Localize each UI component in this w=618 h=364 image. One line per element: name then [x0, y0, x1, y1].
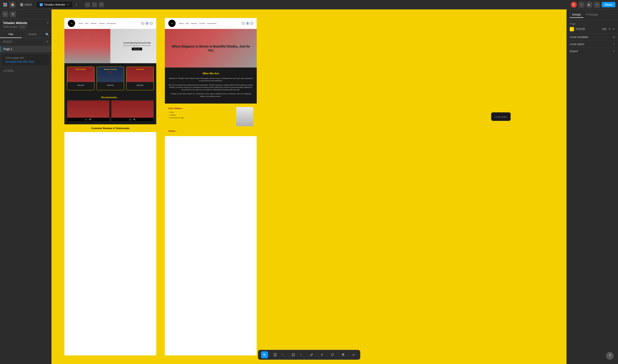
- project-chevron-icon[interactable]: ▾: [47, 21, 48, 25]
- layers-label: Layers: [3, 69, 14, 72]
- right-sidebar: Design Prototype Page FFD700 100 % 👁 Loc…: [566, 9, 618, 364]
- mens-shop-label: Shop Now: [77, 84, 84, 86]
- site-logo-right: TS: [168, 20, 176, 27]
- user-avatar[interactable]: C: [571, 2, 577, 8]
- search-icon[interactable]: 🔍: [45, 33, 49, 36]
- present-dropdown-button[interactable]: ▼: [594, 2, 600, 8]
- customer-section: Customer Reviews & Testimonials: [64, 124, 156, 132]
- component-tool-button[interactable]: [340, 351, 346, 358]
- shape-tool-button[interactable]: [290, 351, 297, 358]
- cart-nav-icon[interactable]: 🛒: [150, 22, 153, 25]
- local-styles-row[interactable]: Local styles +: [567, 40, 618, 48]
- pages-section: Pages + Page 1: [0, 38, 51, 52]
- womens-shop-btn[interactable]: Shop Now: [97, 82, 124, 87]
- cart-nav-icon-r[interactable]: 🛒: [250, 22, 253, 25]
- pages-info-box: 2 free pages left. See plans that offer …: [2, 54, 49, 65]
- window-max-button[interactable]: □: [92, 2, 97, 7]
- search-nav-icon[interactable]: 🔍: [141, 22, 144, 25]
- tab-assets[interactable]: Assets: [22, 31, 43, 38]
- nav-icons-right: 🔍 👤 🛒: [242, 22, 253, 25]
- tools-menu-button[interactable]: [2, 11, 8, 17]
- text-tool-button[interactable]: T: [318, 351, 325, 358]
- present-button[interactable]: ▶: [586, 2, 592, 8]
- womens-shop-label: Shop Now: [107, 84, 114, 86]
- tab-tshades-icon: [40, 3, 43, 6]
- svg-rect-0: [3, 3, 5, 5]
- select-tool-button[interactable]: [261, 351, 268, 358]
- tab-uiux[interactable]: UI/UX: [17, 2, 35, 8]
- see-plans-link[interactable]: See plans that offer more: [5, 60, 46, 63]
- mens-shop-btn[interactable]: Shop Now: [67, 82, 94, 87]
- project-name: Tshades Website: [3, 21, 27, 25]
- add-tab-button[interactable]: +: [74, 2, 79, 7]
- avatar-dropdown-button[interactable]: ▼: [578, 2, 585, 8]
- comment-tool-button[interactable]: [329, 351, 336, 358]
- window-min-button[interactable]: —: [85, 2, 90, 7]
- code-tool-button[interactable]: </>: [350, 351, 357, 358]
- page-opacity-unit: %: [608, 28, 611, 31]
- zoom-action-icon[interactable]: 🔍: [89, 118, 92, 121]
- tab-file[interactable]: File: [0, 31, 22, 38]
- user-nav-icon-r[interactable]: 👤: [246, 22, 249, 25]
- nav-contact[interactable]: Contact: [99, 23, 105, 25]
- frame-dropdown-button[interactable]: ▼: [279, 351, 286, 358]
- figma-logo[interactable]: [2, 2, 8, 7]
- add-page-button[interactable]: +: [46, 40, 48, 44]
- logo-text-right: TS: [171, 23, 173, 24]
- cv-photo-inner: [236, 107, 253, 126]
- window-controls: — □ ✕: [85, 2, 104, 7]
- local-styles-add-icon[interactable]: +: [613, 42, 615, 46]
- hero-title: Grand Opening Discount Sale: [123, 42, 151, 44]
- tab-design[interactable]: Design: [570, 12, 583, 18]
- right-sidebar-tabs: Design Prototype: [570, 12, 601, 18]
- category-accessories: Acessories Shop Now: [126, 67, 154, 90]
- local-styles-popup: Local styles: [491, 112, 511, 121]
- nav-about-r[interactable]: About: [179, 23, 183, 25]
- visibility-icon[interactable]: 👁: [612, 28, 615, 31]
- shape-dropdown-button[interactable]: ▼: [298, 351, 304, 358]
- cart-action-icon-2[interactable]: 🛒: [129, 118, 131, 121]
- page-section: Page FFD700 100 % 👁: [567, 20, 618, 34]
- page-color-swatch[interactable]: [570, 27, 574, 31]
- share-button[interactable]: Share: [602, 2, 616, 7]
- export-add-icon[interactable]: +: [613, 49, 615, 53]
- local-variables-icon[interactable]: ⊞: [613, 36, 615, 39]
- nav-women[interactable]: Women: [91, 23, 96, 25]
- nav-women-r[interactable]: Women: [191, 23, 197, 25]
- local-variables-row[interactable]: Local variables ⊞: [567, 34, 618, 40]
- canvas-area[interactable]: TS About Men Women Contact Accessories 🔍…: [52, 9, 566, 364]
- tab-close-icon[interactable]: ✕: [67, 3, 69, 6]
- tab-tshades[interactable]: Tshades Website ✕: [37, 2, 72, 8]
- frame-tool-button[interactable]: [272, 351, 278, 358]
- cart-action-icon[interactable]: 🛒: [85, 118, 87, 121]
- window-close-button[interactable]: ✕: [99, 2, 104, 7]
- zoom-action-icon-2[interactable]: 🔍: [134, 118, 136, 121]
- rec-card-1: 🛒 | 🔍: [67, 100, 110, 122]
- pen-tool-button[interactable]: [308, 351, 315, 358]
- search-nav-icon-r[interactable]: 🔍: [242, 22, 245, 25]
- toolbar-separator-5: [327, 353, 327, 357]
- heart-icon: ❤: [97, 67, 124, 74]
- nav-men-r[interactable]: Men: [186, 23, 189, 25]
- free-badge: Free: [19, 25, 27, 28]
- svg-point-7: [5, 14, 6, 15]
- help-button[interactable]: ?: [606, 352, 614, 360]
- home-button[interactable]: 🏠: [9, 2, 15, 8]
- website-frame-left: TS About Men Women Contact Accessories 🔍…: [64, 18, 156, 355]
- export-row[interactable]: Export +: [567, 48, 618, 54]
- rec-card-2: 🛒 | 🔍: [111, 100, 154, 122]
- accessories-shop-btn[interactable]: Shop Now: [126, 82, 153, 87]
- layout-toggle-button[interactable]: ⊞: [10, 11, 16, 17]
- nav-accessories[interactable]: Accessories: [107, 23, 116, 25]
- tab-tshades-label: Tshades Website: [44, 3, 65, 6]
- nav-men[interactable]: Men: [85, 23, 89, 25]
- nav-contact-r[interactable]: Contact: [199, 23, 205, 25]
- site-nav-links-right: About Men Women Contact Accessories: [179, 23, 240, 25]
- page-opacity-value: 100: [602, 28, 606, 31]
- hero-shop-btn[interactable]: Shop Now: [132, 48, 142, 50]
- nav-accessories-r[interactable]: Accessories: [207, 23, 216, 25]
- page-item-1[interactable]: Page 1: [0, 46, 51, 52]
- user-nav-icon[interactable]: 👤: [146, 22, 149, 25]
- tab-prototype[interactable]: Prototype: [583, 12, 601, 18]
- nav-about[interactable]: About: [79, 23, 83, 25]
